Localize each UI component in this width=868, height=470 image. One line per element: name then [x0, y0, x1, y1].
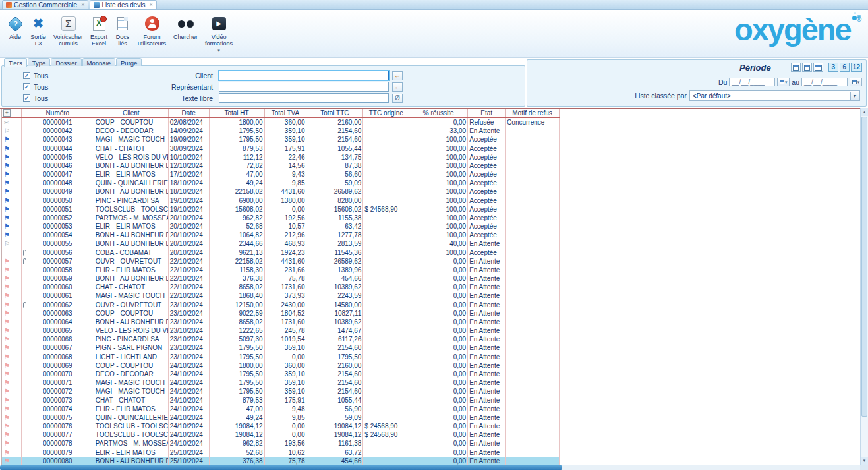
- grid-customize-button[interactable]: +: [3, 109, 11, 117]
- table-row[interactable]: ⚑00000071MAGI - MAGIC TOUCH24/10/2024179…: [2, 378, 560, 387]
- table-row[interactable]: ⚑00000076TOOLSCLUB - TOOLSCLUB24/10/2024…: [2, 422, 560, 430]
- close-tab-icon[interactable]: ×: [150, 2, 153, 8]
- table-row[interactable]: ⚑00000069COUP - COUPTOU24/10/20241800,00…: [2, 361, 560, 370]
- filter-tab-dossier[interactable]: Dossier: [51, 58, 81, 66]
- filter-tab-type[interactable]: Type: [28, 58, 51, 66]
- sortie-button[interactable]: ✖ Sortie F3: [27, 13, 49, 49]
- filter-tab-purge[interactable]: Purge: [116, 58, 142, 66]
- table-row[interactable]: ⚑00000063COUP - COUPTOU23/10/20249022,59…: [2, 309, 560, 318]
- tab-gestion-commerciale[interactable]: Gestion Commerciale ×: [2, 0, 88, 9]
- cell-ht: 1800,00: [210, 118, 265, 127]
- column-header-numero[interactable]: Numéro: [22, 109, 94, 117]
- column-header-ttc[interactable]: Total TTC: [306, 109, 363, 117]
- column-header-ht[interactable]: Total HT: [210, 109, 265, 117]
- scroll-up-icon[interactable]: ▲: [861, 108, 868, 116]
- table-row[interactable]: ⚑00000051TOOLSCLUB - TOOLSCLUB19/10/2024…: [2, 205, 560, 214]
- table-row[interactable]: ⚑00000044CHAT - CHATOT30/09/2024879,5317…: [2, 144, 560, 153]
- periode-12-months-button[interactable]: 12: [851, 63, 862, 72]
- date-from-input[interactable]: __/__/____: [729, 78, 775, 86]
- table-row[interactable]: ⚑00000066PINC - PINCARDI SA23/10/2024509…: [2, 335, 560, 343]
- column-header-motif[interactable]: Motif de refus: [506, 109, 560, 117]
- table-row[interactable]: ⚑00000046BONH - AU BONHEUR DU I12/10/202…: [2, 162, 560, 170]
- table-row[interactable]: ⚑00000048QUIN - QUINCAILLERIE PL18/10/20…: [2, 179, 560, 187]
- table-row[interactable]: ⚑00000077TOOLSCLUB - TOOLSCLUB24/10/2024…: [2, 430, 560, 439]
- table-row[interactable]: ⚑00000079ELIR - ELIR MATOS25/10/202452,6…: [2, 448, 560, 457]
- table-row[interactable]: ⚑00000058ELIR - ELIR MATOS22/10/20241158…: [2, 266, 560, 274]
- tab-liste-des-devis[interactable]: Liste des devis ×: [90, 0, 156, 9]
- table-row[interactable]: ⚑00000045VELO - LES ROIS DU VELO10/10/20…: [2, 153, 560, 162]
- cell-origine: [363, 179, 409, 187]
- table-row[interactable]: ⚑00000054BONH - AU BONHEUR DU I20/10/202…: [2, 231, 560, 239]
- column-header-reussite[interactable]: % réussite: [409, 109, 468, 117]
- table-row[interactable]: ⚑00000073CHAT - CHATOT24/10/2024879,5317…: [2, 396, 560, 405]
- table-row[interactable]: ⚑00000047ELIR - ELIR MATOS17/10/202447,0…: [2, 170, 560, 179]
- table-row[interactable]: ⚐00000042DECO - DECODAR14/09/20241795,50…: [2, 127, 560, 135]
- tous-checkbox[interactable]: ✓: [23, 83, 30, 90]
- table-row[interactable]: ⚑00000074ELIR - ELIR MATOS24/10/202447,0…: [2, 405, 560, 413]
- client-input[interactable]: [219, 71, 389, 80]
- table-row[interactable]: ⚑00000078PARTMOS - M. MOSSEAU E24/10/202…: [2, 439, 560, 448]
- texte-libre-clear-button[interactable]: Ø: [392, 94, 403, 103]
- column-header-date[interactable]: Date: [169, 109, 210, 117]
- representant-input[interactable]: [219, 82, 389, 92]
- cell-etat: En Attente: [468, 413, 506, 422]
- tous-checkbox[interactable]: ✓: [23, 72, 30, 79]
- tous-checkbox[interactable]: ✓: [23, 94, 30, 102]
- filter-tab-tiers[interactable]: Tiers: [4, 58, 27, 67]
- close-tab-icon[interactable]: ×: [81, 2, 84, 8]
- table-row[interactable]: ⚐00000055BONH - AU BONHEUR DU I20/10/202…: [2, 239, 560, 248]
- table-row[interactable]: ⚑00000050PINC - PINCARDI SA19/10/2024690…: [2, 196, 560, 205]
- chevron-down-icon[interactable]: ▼: [850, 92, 859, 100]
- calendar-day-button[interactable]: [791, 63, 801, 72]
- table-row[interactable]: ⚑00000053ELIR - ELIR MATOS20/10/202452,6…: [2, 222, 560, 231]
- table-row[interactable]: ⚑00000072MAGI - MAGIC TOUCH24/10/2024179…: [2, 387, 560, 396]
- scroll-down-icon[interactable]: ▼: [861, 457, 868, 465]
- table-row[interactable]: ⚑00000065VELO - LES ROIS DU VELO23/10/20…: [2, 326, 560, 335]
- table-row[interactable]: ⚑00000060CHAT - CHATOT22/10/20248658,021…: [2, 283, 560, 291]
- cell-etat: Acceptée: [468, 187, 506, 196]
- table-row[interactable]: ⚑00000061MAGI - MAGIC TOUCH22/10/2024186…: [2, 291, 560, 300]
- horizontal-scrollbar-thumb[interactable]: [0, 465, 562, 470]
- chevron-down-icon[interactable]: ▾: [217, 48, 220, 53]
- table-row[interactable]: ⚑00000067PIGN - SARL PIGNON23/10/2024179…: [2, 343, 560, 352]
- docs-lies-button[interactable]: Docs liés: [111, 13, 134, 49]
- horizontal-scrollbar[interactable]: [0, 465, 860, 470]
- date-to-input[interactable]: __/__/____: [801, 78, 848, 86]
- column-header-client[interactable]: Client: [94, 109, 169, 117]
- calendar-month-button[interactable]: [813, 63, 823, 72]
- filter-tab-monnaie[interactable]: Monnaie: [82, 58, 115, 66]
- chercher-button[interactable]: Chercher: [170, 13, 201, 42]
- periode-3-months-button[interactable]: 3: [828, 63, 838, 72]
- column-header-etat[interactable]: Etat: [468, 109, 506, 117]
- calendar-week-button[interactable]: [802, 63, 812, 72]
- column-header-origine[interactable]: TTC origine: [363, 109, 409, 117]
- forum-utilisateurs-button[interactable]: Forum utilisateurs: [134, 13, 169, 49]
- table-row[interactable]: ⚑00000049BONH - AU BONHEUR DU I18/10/202…: [2, 187, 560, 196]
- client-lookup-button[interactable]: ←: [392, 71, 403, 80]
- table-row[interactable]: ⚑00000043MAGI - MAGIC TOUCH19/09/2024179…: [2, 135, 560, 144]
- vertical-scrollbar-thumb[interactable]: [861, 117, 867, 417]
- table-row[interactable]: ⚑00000080BONH - AU BONHEUR DU I25/10/202…: [2, 457, 560, 465]
- table-row[interactable]: ⚑00000052PARTMOS - M. MOSSEAU E20/10/202…: [2, 214, 560, 222]
- date-from-picker-button[interactable]: ▾: [777, 78, 790, 86]
- table-row[interactable]: ⚑00000062OUVR - OUVRETOUT23/10/202412150…: [2, 301, 560, 309]
- voir-cacher-cumuls-button[interactable]: Σ Voir/cacher cumuls: [50, 13, 86, 49]
- sort-select[interactable]: <Par défaut> ▼: [689, 90, 860, 101]
- table-row[interactable]: ✂00000041COUP - COUPTOU02/08/20241800,00…: [2, 118, 560, 127]
- table-row[interactable]: ⚑00000070DECO - DECODAR24/10/20241795,50…: [2, 370, 560, 378]
- table-row[interactable]: ⚑00000064BONH - AU BONHEUR DU I23/10/202…: [2, 318, 560, 326]
- column-header-tva[interactable]: Total TVA: [265, 109, 307, 117]
- video-formations-button[interactable]: ▶ Vidéo formations ▾: [202, 13, 236, 55]
- table-row[interactable]: ⚑00000075QUIN - QUINCAILLERIE PL24/10/20…: [2, 413, 560, 422]
- export-excel-button[interactable]: X Export Excel: [87, 13, 111, 49]
- table-row[interactable]: 00000056COBA - COBAMAT20/10/20249621,131…: [2, 249, 560, 257]
- table-row[interactable]: ⚑00000068LICHT - LICHTLAND23/10/20241795…: [2, 353, 560, 361]
- texte-libre-input[interactable]: [219, 93, 389, 103]
- date-to-picker-button[interactable]: ▾: [850, 78, 862, 86]
- vertical-scrollbar[interactable]: ▲ ▼: [860, 108, 868, 465]
- periode-6-months-button[interactable]: 6: [840, 63, 850, 72]
- table-row[interactable]: ⚑00000059BONH - AU BONHEUR DU I22/10/202…: [2, 274, 560, 283]
- table-row[interactable]: ⚑00000057OUVR - OUVRETOUT22/10/202422158…: [2, 257, 560, 266]
- aide-button[interactable]: ? Aide: [4, 13, 26, 42]
- representant-lookup-button[interactable]: ←: [392, 82, 403, 92]
